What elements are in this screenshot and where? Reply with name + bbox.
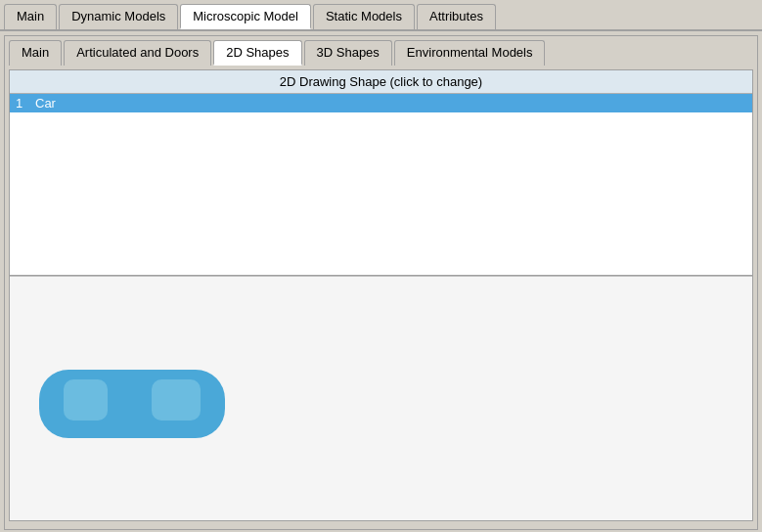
inner-panel: Main Articulated and Doors 2D Shapes 3D … — [4, 35, 758, 530]
svg-rect-2 — [152, 379, 201, 421]
tab-environmental-models[interactable]: Environmental Models — [394, 40, 546, 66]
car-preview — [29, 345, 235, 453]
svg-rect-1 — [64, 379, 108, 421]
tab-2d-shapes[interactable]: 2D Shapes — [213, 40, 301, 66]
shape-table[interactable]: 2D Drawing Shape (click to change) 1 Car — [10, 70, 752, 276]
table-row[interactable]: 1 Car — [10, 94, 752, 112]
table-header: 2D Drawing Shape (click to change) — [10, 70, 752, 94]
tab-microscopic-model[interactable]: Microscopic Model — [180, 4, 311, 29]
tab-3d-shapes[interactable]: 3D Shapes — [304, 40, 392, 66]
row-label: Car — [35, 96, 56, 111]
tab-articulated-and-doors[interactable]: Articulated and Doors — [64, 40, 211, 66]
preview-area — [10, 276, 752, 520]
main-content: Main Articulated and Doors 2D Shapes 3D … — [0, 31, 762, 532]
row-number: 1 — [16, 96, 35, 111]
tab-main-inner[interactable]: Main — [9, 40, 62, 66]
tab-main[interactable]: Main — [4, 4, 57, 29]
tab-content: 2D Drawing Shape (click to change) 1 Car — [9, 69, 753, 521]
tab-attributes[interactable]: Attributes — [417, 4, 496, 29]
second-tab-bar: Main Articulated and Doors 2D Shapes 3D … — [9, 40, 753, 66]
top-tab-bar: Main Dynamic Models Microscopic Model St… — [0, 0, 762, 31]
tab-dynamic-models[interactable]: Dynamic Models — [59, 4, 178, 29]
tab-static-models[interactable]: Static Models — [313, 4, 415, 29]
